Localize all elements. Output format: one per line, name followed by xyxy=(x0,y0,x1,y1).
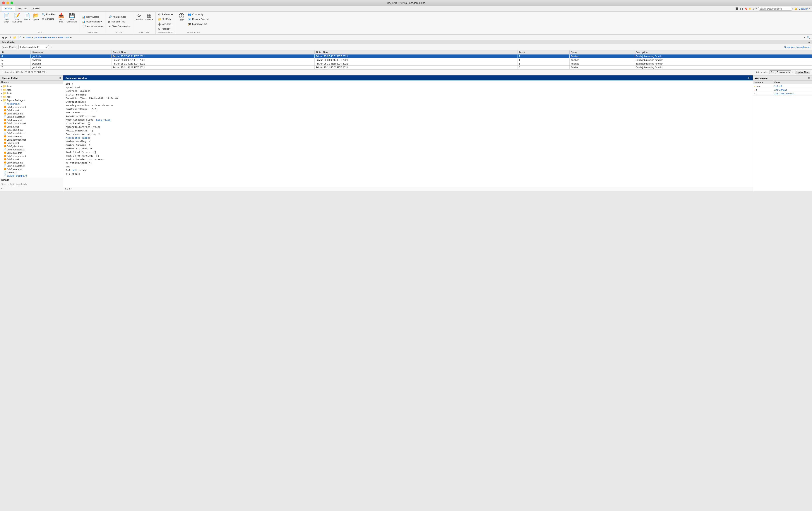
user-menu-chevron[interactable]: ▾ xyxy=(809,8,810,10)
tab-plots[interactable]: PLOTS xyxy=(15,6,30,11)
command-input[interactable] xyxy=(72,187,751,190)
auto-update-interval-select[interactable]: Every 5 minutes xyxy=(769,70,791,74)
open-button[interactable]: 📂 Open ▾ xyxy=(32,12,40,21)
command-window-options[interactable]: ⊕ xyxy=(748,76,751,80)
list-item[interactable]: ▶📁Job4 xyxy=(0,85,63,88)
auto-update-info-icon[interactable]: ℹ xyxy=(792,71,793,74)
profile-info-icon[interactable]: ℹ xyxy=(51,46,52,49)
request-support-button[interactable]: 📧 Request Support xyxy=(187,17,210,21)
save-workspace-button[interactable]: 💾 SaveWorkspace xyxy=(66,12,78,24)
notification-icon[interactable]: 🔔 xyxy=(794,7,798,10)
table-row[interactable]: 4 gwolosh Fri Jun 25 07:48:21 EDT 2021 F… xyxy=(0,55,812,58)
preferences-button[interactable]: ⚙ Preferences xyxy=(157,12,174,17)
toolbar-icon-5[interactable]: 📁 xyxy=(749,7,752,10)
list-item[interactable]: ▶📁SupportPackages xyxy=(0,98,63,102)
import-data-button[interactable]: 📥 ImportData xyxy=(57,12,65,24)
tab-home[interactable]: HOME xyxy=(2,6,15,11)
list-item[interactable]: 🔶Job7.common.mat xyxy=(0,154,63,158)
table-row[interactable]: 6 gwolosh Fri Jun 25 11:30:33 EDT 2021 F… xyxy=(0,62,812,66)
user-menu[interactable]: Gedaliah xyxy=(799,7,808,10)
breadcrumb-users[interactable]: Users xyxy=(25,36,31,39)
simulink-button[interactable]: ⚙ Simulink xyxy=(135,12,144,21)
list-item[interactable]: ▶📁Job7 xyxy=(0,95,63,98)
compare-button[interactable]: ⇔ Compare xyxy=(41,17,57,21)
list-item[interactable]: 📄license.txt xyxy=(0,171,63,174)
nav-pwd-button[interactable]: 📄 xyxy=(18,36,22,39)
toolbar-icon-1[interactable]: ⬛ xyxy=(735,7,738,10)
path-dropdown-button[interactable]: ▾ xyxy=(804,36,806,39)
list-files-link[interactable]: List files xyxy=(96,119,111,121)
minimize-button[interactable] xyxy=(6,2,9,4)
list-item[interactable]: 🔶Job5.common.mat xyxy=(0,122,63,125)
job-monitor-collapse[interactable]: ▲ xyxy=(808,41,810,43)
update-now-button[interactable]: Update Now xyxy=(795,71,810,74)
search-path-button[interactable]: 🔍 xyxy=(807,36,811,39)
close-button[interactable] xyxy=(2,2,5,4)
breadcrumb-matlab[interactable]: MATLAB xyxy=(60,36,69,39)
help-button[interactable]: ? Help ▾ xyxy=(177,12,186,26)
toolbar-icon-6[interactable]: ⚙ xyxy=(752,7,755,10)
command-window-body[interactable]: ID: 7 Type: pool Username: gwolosh State… xyxy=(63,81,753,187)
parallel-button[interactable]: ⚙ Parallel ▾ xyxy=(157,27,174,31)
new-button[interactable]: 📄 New ▾ xyxy=(23,12,31,21)
workspace-row[interactable]: ▪j 1x1 CJSCommuni... xyxy=(753,92,812,95)
learn-matlab-button[interactable]: 🎓 Learn MATLAB xyxy=(187,22,210,26)
window-controls[interactable] xyxy=(2,2,13,4)
list-item[interactable]: 📄Job6.metadata.txt xyxy=(0,148,63,151)
list-item[interactable]: 🔶Job6.jobout.mat xyxy=(0,145,63,148)
associated-tasks-link[interactable]: Associated Tasks xyxy=(66,137,89,139)
maximize-button[interactable] xyxy=(10,2,13,4)
profile-select[interactable]: lochness (default) xyxy=(18,45,49,49)
tab-apps[interactable]: APPS xyxy=(30,6,42,11)
toolbar-icon-3[interactable]: ▶ xyxy=(742,7,744,10)
toolbar-icon-7[interactable]: ? xyxy=(755,7,757,10)
breadcrumb-documents[interactable]: Documents xyxy=(45,36,57,39)
list-item[interactable]: 🔶Job5.state.mat xyxy=(0,135,63,138)
open-variable-button[interactable]: 📊 Open Variable ▾ xyxy=(81,20,105,24)
nav-back-button[interactable]: ◀ xyxy=(1,36,4,39)
new-live-script-button[interactable]: 📝 NewLive Script xyxy=(11,12,23,24)
nav-browse-button[interactable]: 📁 xyxy=(13,36,17,39)
list-item[interactable]: 📄parallel_example.m xyxy=(0,174,63,177)
list-item[interactable]: 🔶Job7.state.mat xyxy=(0,168,63,171)
community-button[interactable]: 👥 Community xyxy=(187,12,210,17)
table-row[interactable]: 7 gwolosh Fri Jun 25 11:54:48 EDT 2021 F… xyxy=(0,66,812,69)
list-item[interactable]: 📄Job5.metadata.txt xyxy=(0,131,63,135)
show-all-users-button[interactable]: Show jobs from all users xyxy=(784,46,810,49)
breadcrumb-gwolosh[interactable]: gwolosh xyxy=(34,36,42,39)
list-item[interactable]: 🔶Job4.in.mat xyxy=(0,109,63,112)
search-documentation-input[interactable] xyxy=(758,7,792,11)
layout-button[interactable]: ▦ Layout ▾ xyxy=(144,12,154,21)
table-row[interactable]: 5 gwolosh Fri Jun 25 08:05:51 EDT 2021 F… xyxy=(0,58,812,62)
list-item[interactable]: 🔶Job6.in.mat xyxy=(0,141,63,145)
run-and-time-button[interactable]: ▶ Run and Time xyxy=(107,20,132,24)
list-item[interactable]: ▶📁Job6 xyxy=(0,92,63,95)
clear-commands-button[interactable]: ✕ Clear Commands ▾ xyxy=(107,24,132,29)
new-variable-button[interactable]: 📊 New Variable xyxy=(81,15,105,19)
toolbar-icon-2[interactable]: ◀ xyxy=(740,7,741,10)
workspace-options[interactable]: ⊕ xyxy=(808,76,810,80)
add-ons-button[interactable]: ➕ Add-Ons ▾ xyxy=(157,22,174,26)
list-item[interactable]: 🔶Job7.in.mat xyxy=(0,158,63,161)
nav-forward-button[interactable]: ▶ xyxy=(5,36,8,39)
workspace-row[interactable]: ▪ans 1x1 cell xyxy=(753,84,812,88)
list-item[interactable]: 🔶Job4.common.mat xyxy=(0,105,63,109)
list-item[interactable]: 📄Job7.metadata.txt xyxy=(0,164,63,168)
find-files-button[interactable]: 🔍 Find Files xyxy=(41,12,57,17)
new-script-button[interactable]: 📄 NewScript xyxy=(2,12,11,24)
list-item[interactable]: 📄hostname.m xyxy=(0,102,63,105)
details-dropdown[interactable]: ▾ xyxy=(1,187,61,190)
workspace-row[interactable]: ▪c 1x1 Generic xyxy=(753,88,812,92)
toolbar-icon-4[interactable]: 🔖 xyxy=(745,7,748,10)
list-item[interactable]: 🔶Job4.state.mat xyxy=(0,118,63,122)
list-item[interactable]: ▶📁Job5 xyxy=(0,88,63,92)
clear-workspace-button[interactable]: ✕ Clear Workspace ▾ xyxy=(81,24,105,29)
cell-link[interactable]: cell xyxy=(71,169,77,172)
list-item[interactable]: 🔶Job7.jobout.mat xyxy=(0,161,63,164)
list-item[interactable]: 🔶Job5.in.mat xyxy=(0,125,63,128)
current-folder-options[interactable]: ⊕ xyxy=(59,76,61,80)
set-path-button[interactable]: 📁 Set Path xyxy=(157,17,174,21)
nav-up-button[interactable]: ⬆ xyxy=(9,36,12,39)
list-item[interactable]: 📄Job4.metadata.txt xyxy=(0,115,63,118)
list-item[interactable]: 🔶Job4.jobout.mat xyxy=(0,112,63,115)
